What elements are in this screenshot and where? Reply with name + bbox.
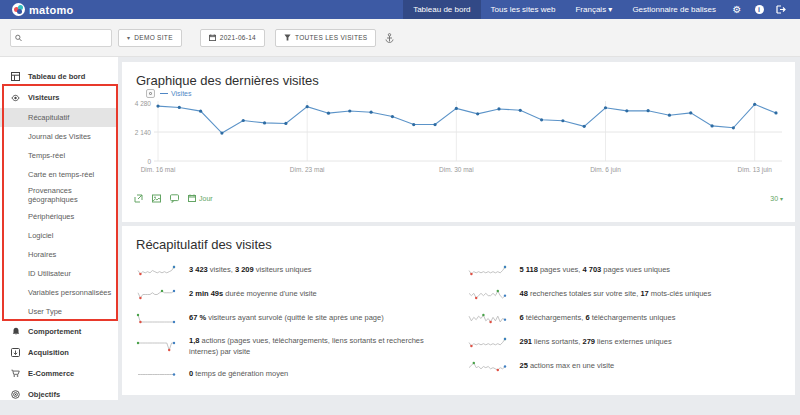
sidebar-item-peripheriques[interactable]: Périphériques bbox=[0, 207, 118, 226]
info-icon[interactable]: i bbox=[748, 0, 770, 19]
data-point[interactable] bbox=[284, 122, 287, 125]
data-point[interactable] bbox=[455, 107, 458, 110]
data-point[interactable] bbox=[625, 109, 628, 112]
sidebar-section-objectifs[interactable]: Objectifs bbox=[0, 384, 118, 400]
segment-selector-button[interactable]: TOUTES LES VISITES bbox=[275, 29, 376, 47]
site-selector-button[interactable]: ▾ DEMO SITE bbox=[118, 29, 182, 47]
goals-icon bbox=[11, 390, 20, 399]
sidebar-section-e-commerce[interactable]: E-Commerce bbox=[0, 363, 118, 384]
summary-row[interactable]: 6 téléchargements, 6 téléchargements uni… bbox=[467, 312, 782, 325]
search-icon bbox=[15, 34, 22, 42]
search-box[interactable] bbox=[10, 29, 112, 47]
summary-text: 291 liens sortants, 279 liens externes u… bbox=[520, 337, 672, 348]
search-input[interactable] bbox=[25, 33, 107, 42]
data-point[interactable] bbox=[242, 119, 245, 122]
matomo-brand[interactable]: matomo bbox=[0, 3, 74, 16]
behaviour-icon bbox=[11, 327, 20, 336]
data-point[interactable] bbox=[178, 106, 181, 109]
data-point[interactable] bbox=[561, 119, 564, 122]
sparkline bbox=[467, 264, 509, 277]
summary-row[interactable]: 5 118 pages vues, 4 703 pages vues uniqu… bbox=[467, 264, 782, 277]
sidebar-item-id-utilisateur[interactable]: ID Utilisateur bbox=[0, 264, 118, 283]
data-point[interactable] bbox=[668, 114, 671, 117]
data-point[interactable] bbox=[433, 123, 436, 126]
summary-row[interactable]: 48 recherches totales sur votre site, 17… bbox=[467, 288, 782, 301]
caret-down-icon: ▾ bbox=[780, 196, 783, 202]
data-point[interactable] bbox=[774, 111, 777, 114]
summary-text: 25 actions max en une visite bbox=[520, 361, 615, 372]
sidebar-section-label: Comportement bbox=[28, 327, 81, 336]
data-point[interactable] bbox=[476, 112, 479, 115]
data-point[interactable] bbox=[519, 109, 522, 112]
sidebar-item-horaires[interactable]: Horaires bbox=[0, 245, 118, 264]
sign-out-icon[interactable] bbox=[770, 0, 792, 19]
data-point[interactable] bbox=[412, 123, 415, 126]
sidebar-item-journal-des-visites[interactable]: Journal des Visites bbox=[0, 127, 118, 146]
legend-line-swatch bbox=[160, 93, 168, 94]
visits-line-chart[interactable]: 4 2802 1400Dim. 16 maiDim. 23 maiDim. 30… bbox=[126, 95, 790, 181]
navbar-icons: ⚙ i bbox=[726, 0, 800, 19]
sidebar-item-temps-reel[interactable]: Temps-réel bbox=[0, 146, 118, 165]
date-label: 2021-06-14 bbox=[220, 34, 256, 41]
sidebar-section-tableau-de-bord[interactable]: Tableau de bord bbox=[0, 66, 118, 87]
y-axis-tick: 4 280 bbox=[135, 100, 152, 107]
sparkline bbox=[136, 264, 178, 277]
data-point[interactable] bbox=[370, 111, 373, 114]
datapoint-count-selector[interactable]: 30 ▾ bbox=[770, 195, 783, 202]
data-point[interactable] bbox=[689, 111, 692, 114]
data-point[interactable] bbox=[732, 126, 735, 129]
image-export-icon[interactable] bbox=[152, 194, 161, 203]
summary-row[interactable]: 0 temps de génération moyen bbox=[136, 368, 451, 381]
sidebar-section-comportement[interactable]: Comportement bbox=[0, 321, 118, 342]
data-point[interactable] bbox=[497, 107, 500, 110]
sidebar-section-acquisition[interactable]: Acquisition bbox=[0, 342, 118, 363]
summary-row[interactable]: 25 actions max en une visite bbox=[467, 360, 782, 373]
data-point[interactable] bbox=[391, 115, 394, 118]
anchor-icon[interactable] bbox=[385, 33, 394, 43]
sidebar-item-logiciel[interactable]: Logiciel bbox=[0, 226, 118, 245]
data-point[interactable] bbox=[647, 109, 650, 112]
sidebar-item-carte-en-temps-reel[interactable]: Carte en temps-réel bbox=[0, 165, 118, 184]
x-axis-tick: Dim. 13 juin bbox=[738, 166, 773, 174]
nav-item-francais[interactable]: Français ▾ bbox=[565, 0, 622, 19]
data-point[interactable] bbox=[306, 105, 309, 108]
data-point[interactable] bbox=[156, 105, 159, 108]
sparkline bbox=[136, 288, 178, 301]
summary-row[interactable]: 2 min 49s durée moyenne d'une visite bbox=[136, 288, 451, 301]
acquisition-icon bbox=[11, 348, 20, 357]
data-point[interactable] bbox=[753, 103, 756, 106]
data-point[interactable] bbox=[327, 112, 330, 115]
sidebar-item-provenances-geographiques[interactable]: Provenances géographiques bbox=[0, 184, 118, 207]
summary-column-right: 5 118 pages vues, 4 703 pages vues uniqu… bbox=[467, 264, 782, 392]
caret-down-icon: ▾ bbox=[127, 34, 130, 41]
nav-item-tous-les-sites-web[interactable]: Tous les sites web bbox=[481, 0, 566, 19]
summary-row[interactable]: 291 liens sortants, 279 liens externes u… bbox=[467, 336, 782, 349]
summary-row[interactable]: 67 % visiteurs ayant survolé (quitté le … bbox=[136, 312, 451, 325]
summary-row[interactable]: 3 423 visites, 3 209 visiteurs uniques bbox=[136, 264, 451, 277]
sidebar-item-variables-personnalisees[interactable]: Variables personnalisées bbox=[0, 283, 118, 302]
top-navbar: matomo Tableau de bordTous les sites web… bbox=[0, 0, 800, 19]
date-range-button[interactable]: 2021-06-14 bbox=[200, 29, 265, 47]
data-point[interactable] bbox=[710, 124, 713, 127]
export-icon[interactable] bbox=[134, 194, 143, 203]
period-selector[interactable]: Jour bbox=[188, 194, 213, 202]
nav-item-gestionnaire-de-balises[interactable]: Gestionnaire de balises bbox=[622, 0, 726, 19]
data-point[interactable] bbox=[199, 110, 202, 113]
y-axis-tick: 0 bbox=[147, 158, 151, 165]
sidebar-item-user-type[interactable]: User Type bbox=[0, 302, 118, 321]
data-point[interactable] bbox=[540, 118, 543, 121]
data-point[interactable] bbox=[604, 106, 607, 109]
annotations-icon[interactable] bbox=[170, 194, 179, 203]
settings-gear-icon[interactable]: ⚙ bbox=[726, 0, 748, 19]
sidebar-item-recapitulatif[interactable]: Récapitulatif bbox=[0, 108, 118, 127]
graph-title: Graphique des dernières visites bbox=[122, 62, 795, 88]
data-point[interactable] bbox=[348, 109, 351, 112]
ecommerce-icon bbox=[11, 369, 20, 378]
sidebar-section-visiteurs[interactable]: Visiteurs bbox=[0, 87, 118, 108]
data-point[interactable] bbox=[220, 131, 223, 134]
calendar-icon bbox=[188, 194, 196, 202]
nav-item-tableau-de-bord[interactable]: Tableau de bord bbox=[403, 0, 480, 19]
data-point[interactable] bbox=[583, 125, 586, 128]
summary-row[interactable]: 1,8 actions (pages vues, téléchargements… bbox=[136, 336, 451, 357]
data-point[interactable] bbox=[263, 121, 266, 124]
